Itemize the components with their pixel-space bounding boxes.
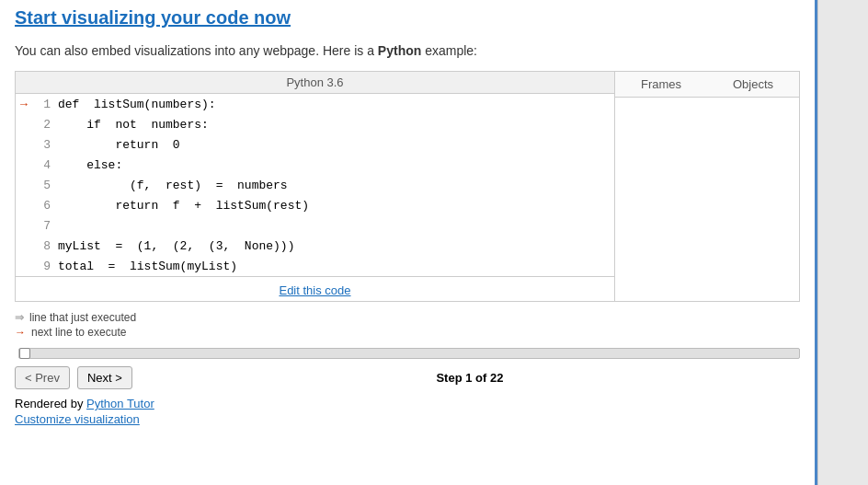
panel-headers: Frames Objects bbox=[615, 72, 799, 98]
code-line-2: 2 if not numbers: bbox=[16, 114, 614, 134]
code-line-8: 8 myList = (1, (2, (3, None))) bbox=[16, 236, 614, 256]
code-table: → 1 def listSum(numbers): 2 if not numbe… bbox=[16, 94, 614, 276]
line-arrow-1: → bbox=[16, 94, 32, 114]
legend-red-label: next line to execute bbox=[31, 326, 126, 339]
rendered-by-row: Rendered by Python Tutor bbox=[15, 397, 800, 410]
line-code-1: def listSum(numbers): bbox=[54, 94, 614, 114]
code-line-5: 5 (f, rest) = numbers bbox=[16, 175, 614, 195]
scrollbar-area bbox=[817, 0, 868, 485]
frames-header: Frames bbox=[615, 72, 707, 97]
line-number-3: 3 bbox=[32, 134, 54, 155]
python-tutor-link[interactable]: Python Tutor bbox=[86, 397, 154, 410]
edit-link-row: Edit this code bbox=[16, 276, 614, 301]
customize-visualization-link[interactable]: Customize visualization bbox=[15, 412, 140, 426]
line-arrow-8 bbox=[16, 236, 32, 256]
controls-row: < Prev Next > Step 1 of 22 bbox=[15, 366, 800, 389]
gray-arrow-icon: ⇒ bbox=[15, 311, 24, 324]
panel-body bbox=[615, 98, 799, 301]
frames-objects-panel: Frames Objects bbox=[615, 72, 799, 301]
line-code-7 bbox=[54, 215, 614, 236]
line-number-2: 2 bbox=[32, 114, 54, 134]
code-panel: Python 3.6 → 1 def listSum(numbers): 2 i… bbox=[16, 72, 615, 301]
legend-red: → next line to execute bbox=[15, 326, 800, 339]
line-number-6: 6 bbox=[32, 195, 54, 215]
line-arrow-7 bbox=[16, 215, 32, 236]
legend-gray: ⇒ line that just executed bbox=[15, 311, 800, 324]
page-title[interactable]: Start visualizing your code now bbox=[15, 7, 800, 29]
line-code-6: return f + listSum(rest) bbox=[54, 195, 614, 215]
objects-header: Objects bbox=[707, 72, 799, 97]
code-line-3: 3 return 0 bbox=[16, 134, 614, 155]
progress-thumb[interactable] bbox=[19, 348, 30, 359]
line-arrow-6 bbox=[16, 195, 32, 215]
edit-this-code-link[interactable]: Edit this code bbox=[279, 283, 350, 297]
line-number-1: 1 bbox=[32, 94, 54, 114]
line-code-2: if not numbers: bbox=[54, 114, 614, 134]
prev-button[interactable]: < Prev bbox=[15, 366, 70, 389]
line-code-9: total = listSum(myList) bbox=[54, 256, 614, 276]
line-arrow-3 bbox=[16, 134, 32, 155]
code-line-4: 4 else: bbox=[16, 155, 614, 175]
language-label: Python 3.6 bbox=[16, 72, 614, 94]
line-code-8: myList = (1, (2, (3, None))) bbox=[54, 236, 614, 256]
code-line-1: → 1 def listSum(numbers): bbox=[16, 94, 614, 114]
step-info: Step 1 of 22 bbox=[140, 371, 800, 385]
code-line-7: 7 bbox=[16, 215, 614, 236]
line-number-7: 7 bbox=[32, 215, 54, 236]
line-code-3: return 0 bbox=[54, 134, 614, 155]
line-arrow-2 bbox=[16, 114, 32, 134]
line-number-4: 4 bbox=[32, 155, 54, 175]
line-number-5: 5 bbox=[32, 175, 54, 195]
legend-gray-label: line that just executed bbox=[29, 311, 136, 324]
code-line-6: 6 return f + listSum(rest) bbox=[16, 195, 614, 215]
line-number-9: 9 bbox=[32, 256, 54, 276]
line-code-5: (f, rest) = numbers bbox=[54, 175, 614, 195]
line-arrow-4 bbox=[16, 155, 32, 175]
embed-description: You can also embed visualizations into a… bbox=[15, 43, 800, 58]
visualizer-container: Python 3.6 → 1 def listSum(numbers): 2 i… bbox=[15, 71, 800, 302]
line-code-4: else: bbox=[54, 155, 614, 175]
customize-row: Customize visualization bbox=[15, 412, 800, 426]
next-button[interactable]: Next > bbox=[77, 366, 132, 389]
code-line-9: 9 total = listSum(myList) bbox=[16, 256, 614, 276]
red-arrow-icon: → bbox=[15, 326, 26, 339]
line-number-8: 8 bbox=[32, 236, 54, 256]
line-arrow-5 bbox=[16, 175, 32, 195]
progress-bar-container bbox=[15, 348, 800, 359]
line-arrow-9 bbox=[16, 256, 32, 276]
progress-track[interactable] bbox=[18, 348, 800, 359]
legend: ⇒ line that just executed → next line to… bbox=[15, 311, 800, 339]
